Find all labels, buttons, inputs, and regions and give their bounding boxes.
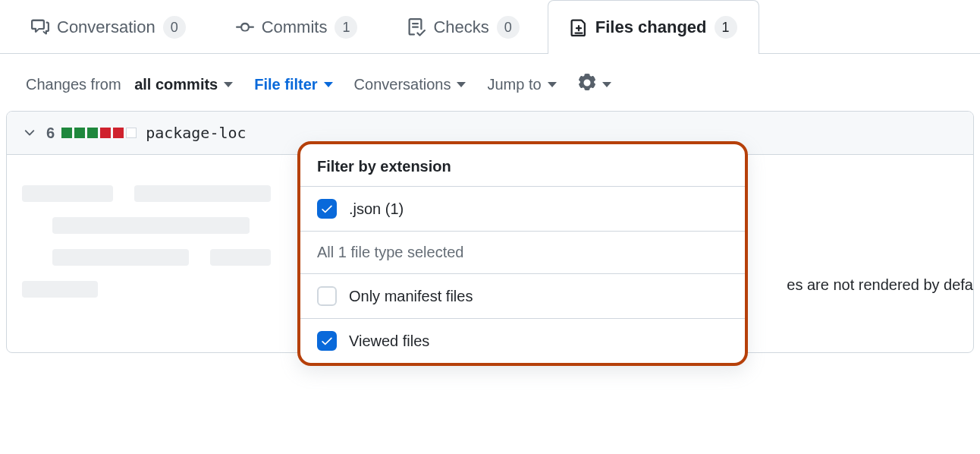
change-count: 6 (46, 125, 55, 142)
tab-label: Conversation (57, 17, 155, 37)
filter-manifest[interactable]: Only manifest files (300, 274, 745, 319)
caret-down-icon (224, 82, 233, 87)
skeleton (52, 217, 250, 234)
file-diff-icon (570, 18, 588, 36)
changes-prefix: Changes from (26, 76, 121, 93)
pr-tabnav: Conversation 0 Commits 1 Checks 0 Files … (0, 0, 980, 54)
caret-down-icon (457, 82, 466, 87)
file-filter-menu[interactable]: File filter (254, 76, 332, 93)
skeleton (134, 185, 271, 202)
tab-conversation[interactable]: Conversation 0 (9, 0, 208, 54)
filter-viewed-label: Viewed files (349, 333, 429, 350)
filter-ext-label: .json (1) (349, 200, 404, 218)
diffstat: 6 (46, 125, 137, 142)
tab-files-changed[interactable]: Files changed 1 (548, 0, 759, 54)
tab-checks[interactable]: Checks 0 (385, 0, 541, 54)
tab-label: Files changed (595, 17, 707, 37)
filter-heading: Filter by extension (300, 144, 745, 187)
git-commit-icon (236, 18, 254, 36)
diff-square-add (74, 128, 85, 138)
tab-label: Commits (262, 17, 328, 37)
filter-ext-json[interactable]: .json (1) (300, 187, 745, 232)
file-name[interactable]: package-loc (146, 124, 246, 142)
file-filter-label: File filter (254, 76, 317, 93)
changes-from-menu[interactable]: Changes from all commits (26, 76, 233, 93)
diff-square-add (61, 128, 72, 138)
caret-down-icon (548, 82, 557, 87)
diff-square-del (113, 128, 124, 138)
diff-square-neutral (126, 128, 137, 138)
filter-viewed[interactable]: Viewed files (300, 319, 745, 363)
gear-icon (578, 74, 596, 96)
diff-square-del (100, 128, 111, 138)
diff-square-add (87, 128, 98, 138)
jump-to-menu[interactable]: Jump to (487, 76, 556, 93)
file-filter-popover: Filter by extension .json (1) All 1 file… (297, 141, 748, 366)
render-note: es are not rendered by defa (787, 276, 973, 294)
checkbox-unchecked-icon (317, 286, 337, 306)
tab-label: Checks (433, 17, 488, 37)
diff-toolbar: Changes from all commits File filter Con… (0, 54, 980, 111)
caret-down-icon (324, 82, 333, 87)
caret-down-icon (602, 82, 611, 87)
tab-commits[interactable]: Commits 1 (214, 0, 380, 54)
filter-summary: All 1 file type selected (300, 232, 745, 274)
tab-count: 0 (163, 16, 186, 39)
jump-to-label: Jump to (487, 76, 541, 93)
diff-settings-menu[interactable] (578, 74, 611, 96)
checklist-icon (407, 18, 426, 36)
comment-discussion-icon (31, 18, 49, 36)
checkbox-checked-icon (317, 199, 337, 219)
conversations-label: Conversations (354, 76, 451, 93)
conversations-menu[interactable]: Conversations (354, 76, 466, 93)
collapse-toggle[interactable] (22, 125, 37, 140)
skeleton (22, 281, 98, 298)
tab-count: 1 (715, 16, 737, 39)
skeleton (210, 249, 271, 266)
checkbox-checked-icon (317, 331, 337, 351)
filter-manifest-label: Only manifest files (349, 288, 473, 305)
changes-scope: all commits (134, 76, 218, 93)
tab-count: 1 (335, 16, 357, 39)
skeleton (22, 185, 113, 202)
tab-count: 0 (497, 16, 520, 39)
skeleton (52, 249, 189, 266)
